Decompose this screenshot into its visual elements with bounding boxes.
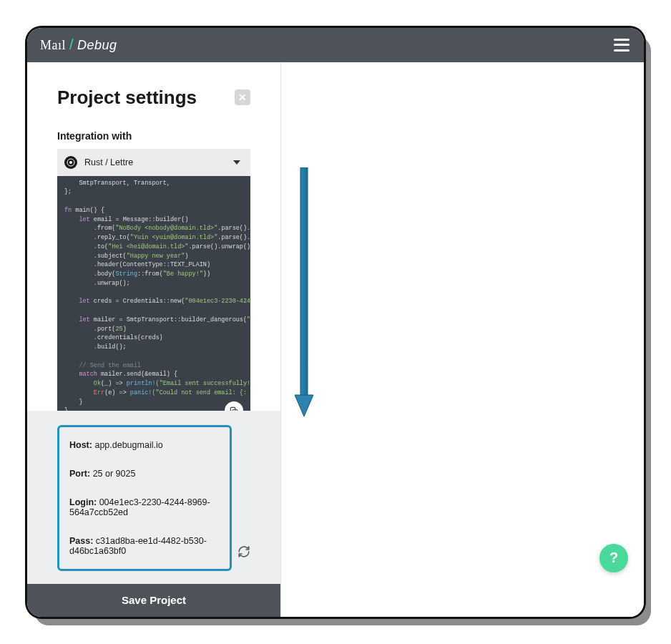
code-sample: SmtpTransport, Transport, }; fn main() {…: [57, 176, 250, 411]
chevron-down-icon: [233, 160, 240, 165]
credentials-section: Host: app.debugmail.io Port: 25 or 9025 …: [27, 411, 280, 584]
cred-port: Port: 25 or 9025: [69, 469, 221, 479]
top-bar: Maıl / Debug: [27, 28, 644, 62]
settings-panel: Project settings ✕ Integration with Rust…: [27, 62, 281, 617]
copy-code-button[interactable]: [225, 401, 243, 411]
close-icon[interactable]: ✕: [235, 89, 250, 105]
logo-slash-icon: /: [69, 36, 74, 53]
integration-label: Integration with: [57, 130, 250, 142]
content-area: Project settings ✕ Integration with Rust…: [27, 62, 644, 617]
panel-title-row: Project settings ✕: [57, 87, 250, 109]
app-window: Maıl / Debug Project settings ✕ Integrat…: [27, 28, 644, 617]
refresh-column: [237, 425, 250, 571]
save-project-button[interactable]: Save Project: [27, 584, 280, 617]
cred-host: Host: app.debugmail.io: [69, 440, 221, 450]
refresh-icon[interactable]: [237, 545, 250, 558]
panel-body: Project settings ✕ Integration with Rust…: [27, 62, 280, 411]
cred-login: Login: 004e1ec3-2230-4244-8969-564a7ccb5…: [69, 497, 221, 517]
logo: Maıl / Debug: [40, 36, 117, 53]
panel-title: Project settings: [57, 87, 197, 109]
credentials-box: Host: app.debugmail.io Port: 25 or 9025 …: [57, 425, 232, 571]
logo-debug: Debug: [77, 38, 117, 53]
menu-icon[interactable]: [614, 39, 630, 52]
integration-dropdown[interactable]: Rust / Lettre: [57, 149, 250, 176]
integration-selected: Rust / Lettre: [84, 157, 133, 167]
svg-point-1: [69, 161, 72, 164]
logo-mail: Maıl: [40, 38, 66, 53]
rust-icon: [64, 156, 77, 169]
preview-area: [281, 62, 644, 617]
cred-pass: Pass: c31ad8ba-ee1d-4482-b530-d46bc1a63b…: [69, 536, 221, 556]
help-button[interactable]: ?: [599, 544, 628, 572]
